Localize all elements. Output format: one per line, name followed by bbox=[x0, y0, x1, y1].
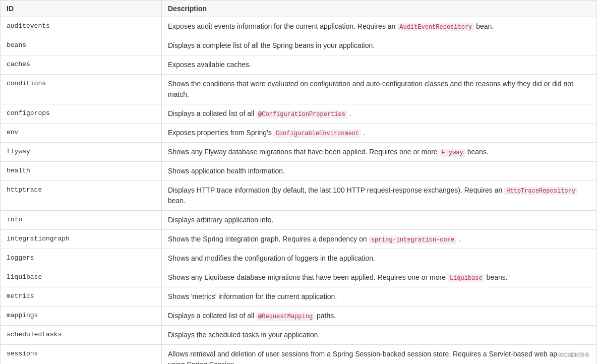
endpoint-id: env bbox=[1, 124, 162, 143]
inline-code: Flyway bbox=[440, 149, 465, 157]
endpoint-id: integrationgraph bbox=[1, 230, 162, 249]
endpoint-description: Shows the Spring Integration graph. Requ… bbox=[162, 230, 597, 249]
endpoint-description: Shows any Liquibase database migrations … bbox=[162, 268, 597, 287]
table-row: configpropsDisplays a collated list of a… bbox=[1, 104, 597, 124]
endpoint-id: beans bbox=[1, 36, 162, 55]
main-container: ID Description auditeventsExposes audit … bbox=[0, 0, 597, 364]
endpoints-table: ID Description auditeventsExposes audit … bbox=[0, 0, 597, 364]
endpoint-description: Displays arbitrary application info. bbox=[162, 211, 597, 230]
inline-code: Liquibase bbox=[448, 274, 485, 282]
endpoint-description: Allows retrieval and deletion of user se… bbox=[162, 345, 597, 365]
endpoint-description: Shows application health information. bbox=[162, 162, 597, 181]
col-description-header: Description bbox=[162, 1, 597, 17]
endpoint-id: caches bbox=[1, 55, 162, 75]
watermark: ©CSDN博客 bbox=[557, 350, 592, 360]
table-row: flywayShows any Flyway database migratio… bbox=[1, 143, 597, 162]
inline-code: AuditEventRepository bbox=[397, 23, 474, 31]
table-row: scheduledtasksDisplays the scheduled tas… bbox=[1, 326, 597, 345]
table-row: auditeventsExposes audit events informat… bbox=[1, 17, 597, 36]
endpoint-id: conditions bbox=[1, 75, 162, 104]
endpoint-description: Shows 'metrics' information for the curr… bbox=[162, 287, 597, 307]
table-row: healthShows application health informati… bbox=[1, 162, 597, 181]
endpoint-id: flyway bbox=[1, 143, 162, 162]
table-body: auditeventsExposes audit events informat… bbox=[1, 17, 597, 365]
table-row: httptraceDisplays HTTP trace information… bbox=[1, 181, 597, 211]
endpoint-id: scheduledtasks bbox=[1, 326, 162, 345]
table-row: loggersShows and modifies the configurat… bbox=[1, 249, 597, 268]
inline-code: spring-integration-core bbox=[369, 236, 457, 244]
endpoint-id: mappings bbox=[1, 307, 162, 326]
endpoint-id: health bbox=[1, 162, 162, 181]
endpoint-description: Exposes properties from Spring's Configu… bbox=[162, 124, 597, 143]
table-row: mappingsDisplays a collated list of all … bbox=[1, 307, 597, 326]
endpoint-description: Displays a collated list of all @Request… bbox=[162, 307, 597, 326]
endpoint-id: info bbox=[1, 211, 162, 230]
endpoint-description: Displays a complete list of all the Spri… bbox=[162, 36, 597, 55]
endpoint-description: Displays a collated list of all @Configu… bbox=[162, 104, 597, 124]
table-row: beansDisplays a complete list of all the… bbox=[1, 36, 597, 55]
table-row: envExposes properties from Spring's Conf… bbox=[1, 124, 597, 143]
endpoint-description: Displays HTTP trace information (by defa… bbox=[162, 181, 597, 211]
inline-code: @RequestMapping bbox=[256, 313, 315, 321]
table-row: sessionsAllows retrieval and deletion of… bbox=[1, 345, 597, 365]
endpoint-description: Exposes available caches. bbox=[162, 55, 597, 75]
endpoint-id: sessions bbox=[1, 345, 162, 365]
endpoint-description: Shows and modifies the configuration of … bbox=[162, 249, 597, 268]
endpoint-id: auditevents bbox=[1, 17, 162, 36]
col-id-header: ID bbox=[1, 1, 162, 17]
inline-code: @ConfigurationProperties bbox=[256, 110, 347, 118]
header-row: ID Description bbox=[1, 1, 597, 17]
table-row: metricsShows 'metrics' information for t… bbox=[1, 287, 597, 307]
inline-code: HttpTraceRepository bbox=[504, 187, 577, 195]
endpoint-id: liquibase bbox=[1, 268, 162, 287]
endpoint-id: httptrace bbox=[1, 181, 162, 211]
endpoint-id: metrics bbox=[1, 287, 162, 307]
endpoint-id: configprops bbox=[1, 104, 162, 124]
table-row: infoDisplays arbitrary application info. bbox=[1, 211, 597, 230]
inline-code: ConfigurableEnvironment bbox=[274, 130, 362, 138]
table-row: integrationgraphShows the Spring Integra… bbox=[1, 230, 597, 249]
endpoint-description: Shows the conditions that were evaluated… bbox=[162, 75, 597, 104]
endpoint-description: Exposes audit events information for the… bbox=[162, 17, 597, 36]
table-row: liquibaseShows any Liquibase database mi… bbox=[1, 268, 597, 287]
endpoint-id: loggers bbox=[1, 249, 162, 268]
endpoint-description: Displays the scheduled tasks in your app… bbox=[162, 326, 597, 345]
table-row: conditionsShows the conditions that were… bbox=[1, 75, 597, 104]
endpoint-description: Shows any Flyway database migrations tha… bbox=[162, 143, 597, 162]
table-row: cachesExposes available caches. bbox=[1, 55, 597, 75]
table-header: ID Description bbox=[1, 1, 597, 17]
